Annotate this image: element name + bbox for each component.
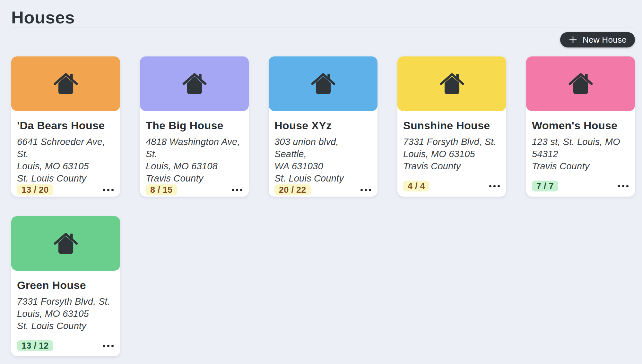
house-county: Travis County	[146, 172, 243, 184]
more-options-button[interactable]	[360, 187, 372, 193]
house-card-header	[397, 56, 506, 111]
house-icon	[53, 232, 78, 255]
house-address-line-1: 7331 Forsyth Blvd, St.	[17, 295, 114, 308]
divider	[11, 28, 635, 28]
house-card[interactable]: Sunshine House 7331 Forsyth Blvd, St. Lo…	[397, 56, 506, 197]
house-name: Green House	[17, 279, 114, 292]
house-card-body: The Big House 4818 Washington Ave, St. L…	[140, 111, 249, 200]
occupancy-badge: 4 / 4	[403, 181, 429, 191]
house-address-line-2: Louis, MO 63105	[403, 148, 500, 160]
house-address-line-1: 4818 Washington Ave, St.	[146, 136, 243, 160]
dot	[626, 185, 629, 187]
occupancy-badge: 8 / 15	[146, 184, 177, 195]
house-icon	[439, 72, 464, 96]
dot	[622, 185, 624, 187]
more-options-button[interactable]	[617, 183, 629, 189]
house-name: The Big House	[146, 119, 243, 132]
house-card-body: Sunshine House 7331 Forsyth Blvd, St. Lo…	[397, 111, 506, 197]
house-county: St. Louis County	[274, 172, 372, 184]
house-address-line-2: Louis, MO 63105	[17, 308, 114, 320]
house-card-body: House XYz 303 union blvd, Seattle, WA 63…	[269, 111, 377, 200]
house-address-line-1: 303 union blvd, Seattle,	[274, 136, 372, 160]
more-options-button[interactable]	[102, 343, 114, 349]
house-icon	[568, 72, 593, 96]
house-card[interactable]: The Big House 4818 Washington Ave, St. L…	[140, 56, 249, 197]
dot	[103, 345, 105, 347]
house-card[interactable]: Women's House 123 st, St. Louis, MO 5431…	[526, 56, 635, 197]
house-address-line-1: 123 st, St. Louis, MO	[532, 136, 629, 148]
occupancy-badge: 13 / 20	[17, 184, 53, 195]
actions-row: New House	[11, 32, 635, 47]
dot	[111, 345, 114, 347]
house-address-line-2: Louis, MO 63105	[17, 160, 114, 172]
houses-page: Houses New House 'Da Bears House	[0, 0, 642, 356]
house-card-header	[11, 216, 120, 271]
house-card-header	[140, 56, 249, 111]
house-county: St. Louis County	[17, 320, 114, 332]
house-card[interactable]: Green House 7331 Forsyth Blvd, St. Louis…	[11, 216, 120, 356]
house-address-line-2: 54312	[532, 148, 629, 160]
house-card-header	[269, 56, 377, 111]
house-card-body: 'Da Bears House 6641 Schroeder Ave, St. …	[11, 111, 120, 200]
house-card-footer: 13 / 12	[17, 340, 114, 351]
dot	[493, 185, 496, 187]
house-county: St. Louis County	[17, 172, 114, 184]
house-card-header	[526, 56, 635, 111]
dot	[489, 185, 491, 187]
dot	[103, 189, 105, 191]
house-card[interactable]: 'Da Bears House 6641 Schroeder Ave, St. …	[11, 56, 120, 197]
dot	[236, 189, 238, 191]
dot	[107, 345, 109, 347]
dot	[365, 189, 367, 191]
more-options-button[interactable]	[102, 187, 114, 193]
dot	[360, 189, 363, 191]
more-options-button[interactable]	[231, 187, 243, 193]
house-card-footer: 4 / 4	[403, 181, 500, 191]
house-name: House XYz	[274, 119, 372, 132]
more-options-button[interactable]	[489, 183, 500, 189]
dot	[369, 189, 371, 191]
dot	[111, 189, 114, 191]
house-card-footer: 7 / 7	[532, 181, 629, 191]
house-county: Travis County	[532, 160, 629, 172]
house-name: 'Da Bears House	[17, 119, 114, 132]
house-address-line-1: 6641 Schroeder Ave, St.	[17, 136, 114, 160]
house-icon	[311, 72, 336, 96]
house-card-body: Green House 7331 Forsyth Blvd, St. Louis…	[11, 271, 120, 356]
new-house-button-label: New House	[583, 35, 627, 45]
house-card[interactable]: House XYz 303 union blvd, Seattle, WA 63…	[269, 56, 377, 197]
dot	[240, 189, 242, 191]
house-address-line-2: Louis, MO 63108	[146, 160, 243, 172]
occupancy-badge: 13 / 12	[17, 340, 53, 351]
page-title: Houses	[11, 8, 635, 27]
house-address-line-1: 7331 Forsyth Blvd, St.	[403, 136, 500, 148]
plus-icon	[568, 35, 577, 44]
house-county: Travis County	[403, 160, 500, 172]
dot	[498, 185, 500, 187]
occupancy-badge: 7 / 7	[532, 181, 558, 191]
house-card-footer: 8 / 15	[146, 184, 243, 195]
house-address-line-2: WA 631030	[274, 160, 372, 172]
house-name: Sunshine House	[403, 119, 500, 132]
house-name: Women's House	[532, 119, 629, 132]
house-icon	[182, 72, 207, 96]
house-card-footer: 13 / 20	[17, 184, 114, 195]
occupancy-badge: 20 / 22	[274, 184, 311, 195]
house-icon	[53, 72, 78, 96]
dot	[107, 189, 109, 191]
new-house-button[interactable]: New House	[560, 32, 635, 47]
house-card-footer: 20 / 22	[274, 184, 372, 195]
house-card-body: Women's House 123 st, St. Louis, MO 5431…	[526, 111, 635, 197]
house-card-header	[11, 56, 120, 111]
dot	[232, 189, 234, 191]
dot	[618, 185, 620, 187]
house-grid: 'Da Bears House 6641 Schroeder Ave, St. …	[11, 56, 635, 356]
